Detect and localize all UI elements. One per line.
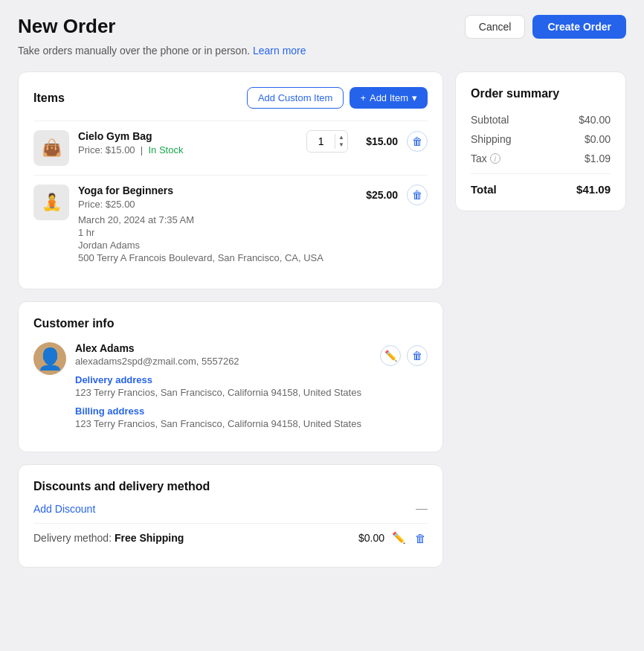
add-item-button[interactable]: + Add Item ▾: [350, 87, 428, 109]
delivery-address-block: Delivery address 123 Terry Francios, San…: [75, 374, 371, 398]
trash-icon: 🗑: [415, 532, 426, 545]
billing-label: Billing address: [75, 405, 371, 417]
chevron-down-icon: ▾: [412, 92, 417, 103]
trash-icon: 🗑: [412, 350, 422, 362]
customer-info: Alex Adams alexadams2spd@zmail.com, 5557…: [75, 342, 371, 437]
delivery-label: Delivery address: [75, 374, 371, 385]
add-custom-item-button[interactable]: Add Custom Item: [247, 87, 344, 109]
page-header: New Order Cancel Create Order: [18, 15, 626, 39]
delivery-method-name: Free Shipping: [115, 532, 184, 544]
summary-divider: [471, 173, 611, 174]
quantity-arrows: ▲ ▼: [335, 134, 347, 149]
item-info: Yoga for Beginners Price: $25.00 March 2…: [78, 185, 348, 265]
edit-customer-button[interactable]: ✏️: [380, 345, 401, 366]
page-title: New Order: [18, 15, 116, 38]
total-row: Total $41.09: [471, 183, 611, 196]
quantity-down[interactable]: ▼: [335, 141, 347, 149]
shipping-row: Shipping $0.00: [471, 133, 611, 145]
total-label: Total: [471, 183, 497, 196]
main-layout: Items Add Custom Item + Add Item ▾ 👜 Cie…: [18, 71, 626, 568]
subtotal-value: $40.00: [579, 114, 611, 126]
edit-delivery-button[interactable]: ✏️: [390, 530, 408, 546]
item-address: 500 Terry A Francois Boulevard, San Fran…: [78, 252, 348, 263]
discounts-card: Discounts and delivery method Add Discou…: [18, 464, 443, 568]
item-total: $15.00: [357, 135, 398, 147]
customer-title: Customer info: [33, 317, 114, 330]
order-summary-card: Order summary Subtotal $40.00 Shipping $…: [455, 71, 626, 211]
item-image: 🧘: [33, 185, 69, 220]
item-image: 👜: [33, 130, 69, 166]
remove-item-button[interactable]: 🗑: [407, 131, 428, 152]
item-stock: In Stock: [148, 144, 183, 155]
customer-contact: alexadams2spd@zmail.com, 5557262: [75, 356, 371, 367]
customer-actions: ✏️ 🗑: [380, 345, 428, 366]
item-date: March 20, 2024 at 7:35 AM: [78, 214, 348, 225]
items-title: Items: [33, 92, 65, 105]
items-card: Items Add Custom Item + Add Item ▾ 👜 Cie…: [18, 71, 443, 289]
quantity-up[interactable]: ▲: [335, 134, 347, 141]
add-discount-link[interactable]: Add Discount: [33, 503, 95, 515]
quantity-value: 1: [307, 135, 335, 147]
subtotal-label: Subtotal: [471, 114, 509, 126]
plus-icon: +: [360, 92, 366, 103]
header-actions: Cancel Create Order: [465, 15, 626, 39]
left-column: Items Add Custom Item + Add Item ▾ 👜 Cie…: [18, 71, 443, 568]
summary-title: Order summary: [471, 87, 611, 100]
customer-card: Customer info 👤 Alex Adams alexadams2spd…: [18, 301, 443, 452]
learn-more-link[interactable]: Learn more: [253, 45, 306, 57]
tax-label-group: Tax i: [471, 153, 500, 164]
item-info: Cielo Gym Bag Price: $15.00 | In Stock: [78, 130, 297, 155]
item-right: $25.00 🗑: [357, 185, 428, 205]
minus-icon: —: [416, 502, 428, 516]
avatar: 👤: [33, 342, 66, 375]
customer-name: Alex Adams: [75, 342, 371, 354]
item-row: 👜 Cielo Gym Bag Price: $15.00 | In Stock…: [33, 121, 428, 175]
item-name: Cielo Gym Bag: [78, 130, 297, 142]
create-order-button[interactable]: Create Order: [532, 15, 626, 39]
tax-value: $1.09: [585, 153, 611, 164]
remove-delivery-button[interactable]: 🗑: [413, 530, 428, 546]
trash-icon: 🗑: [412, 135, 422, 147]
items-card-header: Items Add Custom Item + Add Item ▾: [33, 87, 428, 109]
remove-item-button[interactable]: 🗑: [407, 185, 428, 205]
remove-customer-button[interactable]: 🗑: [407, 345, 428, 366]
delivery-method-row: Delivery method: Free Shipping $0.00 ✏️ …: [33, 523, 428, 552]
edit-icon: ✏️: [384, 350, 397, 362]
quantity-control[interactable]: 1 ▲ ▼: [306, 130, 348, 153]
shipping-value: $0.00: [585, 133, 611, 145]
cancel-button[interactable]: Cancel: [465, 15, 526, 39]
tax-label: Tax: [471, 153, 487, 164]
item-instructor: Jordan Adams: [78, 240, 348, 251]
delivery-right: $0.00 ✏️ 🗑: [358, 530, 428, 546]
item-right: 1 ▲ ▼ $15.00 🗑: [306, 130, 428, 153]
item-duration: 1 hr: [78, 227, 348, 238]
shipping-label: Shipping: [471, 133, 512, 145]
item-total: $25.00: [357, 189, 398, 201]
edit-icon: ✏️: [392, 531, 406, 544]
item-meta: Price: $15.00 | In Stock: [78, 144, 297, 155]
subtitle: Take orders manually over the phone or i…: [18, 45, 626, 57]
tax-row: Tax i $1.09: [471, 153, 611, 164]
add-discount-row: Add Discount —: [33, 502, 428, 516]
delivery-address: 123 Terry Francios, San Francisco, Calif…: [75, 387, 371, 398]
delivery-price: $0.00: [358, 532, 384, 544]
billing-address: 123 Terry Francios, San Francisco, Calif…: [75, 418, 371, 429]
customer-card-header: Customer info: [33, 317, 428, 330]
total-value: $41.09: [576, 183, 611, 196]
customer-row: 👤 Alex Adams alexadams2spd@zmail.com, 55…: [33, 342, 428, 437]
item-details: March 20, 2024 at 7:35 AM 1 hr Jordan Ad…: [78, 214, 348, 263]
trash-icon: 🗑: [412, 189, 422, 201]
delivery-method-label: Delivery method: Free Shipping: [33, 532, 184, 544]
items-actions: Add Custom Item + Add Item ▾: [247, 87, 428, 109]
item-price-meta: Price: $25.00: [78, 199, 348, 210]
avatar-image: 👤: [37, 347, 63, 371]
discounts-title: Discounts and delivery method: [33, 480, 210, 493]
billing-address-block: Billing address 123 Terry Francios, San …: [75, 405, 371, 429]
tax-info-icon[interactable]: i: [490, 153, 500, 164]
discounts-header: Discounts and delivery method: [33, 480, 428, 493]
item-name: Yoga for Beginners: [78, 185, 348, 196]
item-row: 🧘 Yoga for Beginners Price: $25.00 March…: [33, 175, 428, 274]
subtotal-row: Subtotal $40.00: [471, 114, 611, 126]
right-column: Order summary Subtotal $40.00 Shipping $…: [455, 71, 626, 211]
